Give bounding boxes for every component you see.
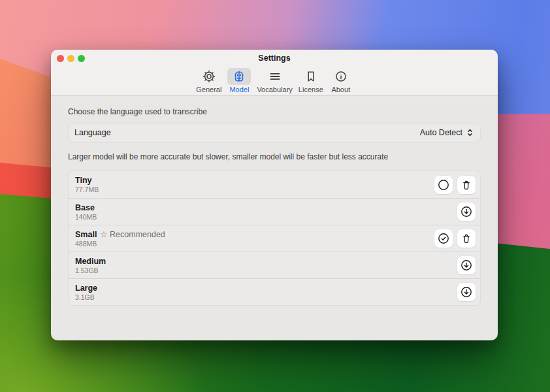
trash-icon: [459, 231, 474, 246]
download-circle-icon: [459, 204, 474, 219]
window-title: Settings: [51, 54, 498, 63]
model-actions: [457, 256, 476, 274]
list-lines-icon: [263, 68, 287, 85]
titlebar: Settings: [51, 50, 498, 67]
selected-model-button[interactable]: [434, 229, 453, 248]
language-popup[interactable]: Auto Detect: [420, 128, 474, 137]
select-model-button[interactable]: [434, 176, 453, 194]
model-info: Tiny 77.7MB: [75, 176, 99, 193]
model-row-tiny: Tiny 77.7MB: [69, 171, 480, 198]
trash-icon: [459, 178, 474, 192]
model-description: Larger model will be more accurate but s…: [68, 152, 481, 161]
toolbar: General Model Vocabulary: [51, 67, 498, 93]
tab-model[interactable]: Model: [227, 68, 251, 93]
delete-model-button[interactable]: [457, 176, 476, 194]
tab-about[interactable]: About: [329, 68, 353, 93]
brain-icon: [227, 68, 251, 85]
language-label: Language: [74, 128, 111, 137]
settings-content: Choose the language used to transcribe L…: [51, 107, 498, 306]
download-circle-icon: [459, 258, 474, 272]
tab-vocabulary[interactable]: Vocabulary: [257, 68, 292, 93]
model-size: 488MB: [75, 240, 165, 248]
info-circle-icon: [329, 68, 353, 85]
bookmark-icon: [299, 68, 323, 85]
model-row-small: Small☆ Recommended 488MB: [69, 225, 480, 252]
model-name: Tiny: [75, 176, 91, 185]
model-name: Small: [75, 230, 97, 239]
tab-license[interactable]: License: [299, 68, 323, 93]
model-size: 1.53GB: [75, 267, 109, 274]
model-size: 140MB: [75, 213, 98, 221]
model-name: Base: [75, 203, 95, 212]
chevron-up-down-icon: [466, 128, 474, 137]
model-name: Large: [75, 284, 97, 293]
window-header: Settings General Mo: [51, 50, 498, 96]
model-actions: [434, 176, 476, 194]
model-info: Medium 1.53GB: [75, 257, 109, 274]
model-name: Medium: [75, 257, 106, 266]
model-badge: ☆ Recommended: [100, 230, 165, 239]
delete-model-button[interactable]: [457, 229, 476, 248]
tab-vocabulary-label: Vocabulary: [257, 86, 292, 93]
model-info: Small☆ Recommended 488MB: [75, 230, 165, 248]
tab-about-label: About: [331, 86, 350, 93]
model-actions: [457, 203, 476, 221]
download-model-button[interactable]: [457, 203, 476, 221]
model-size: 3.1GB: [75, 293, 101, 301]
model-info: Large 3.1GB: [75, 284, 101, 301]
tab-license-label: License: [299, 86, 323, 93]
model-actions: [434, 229, 476, 248]
language-row[interactable]: Language Auto Detect: [68, 123, 481, 142]
download-model-button[interactable]: [457, 256, 476, 274]
gear-icon: [197, 68, 221, 85]
tab-general-label: General: [196, 86, 221, 93]
model-info: Base 140MB: [75, 203, 98, 221]
tab-model-label: Model: [229, 86, 249, 93]
settings-window: Settings General Mo: [51, 50, 498, 340]
language-description: Choose the language used to transcribe: [68, 107, 481, 116]
model-row-base: Base 140MB: [69, 198, 480, 225]
model-row-medium: Medium 1.53GB: [69, 252, 480, 278]
download-model-button[interactable]: [457, 283, 476, 301]
circle-icon: [436, 178, 451, 192]
download-circle-icon: [459, 285, 474, 299]
model-list: Tiny 77.7MB Base 140M: [68, 171, 481, 306]
tab-general[interactable]: General: [196, 68, 221, 93]
checkmark-circle-icon: [436, 231, 451, 246]
language-popup-value: Auto Detect: [420, 128, 462, 137]
model-actions: [457, 283, 476, 301]
model-size: 77.7MB: [75, 186, 99, 193]
model-row-large: Large 3.1GB: [69, 278, 480, 305]
